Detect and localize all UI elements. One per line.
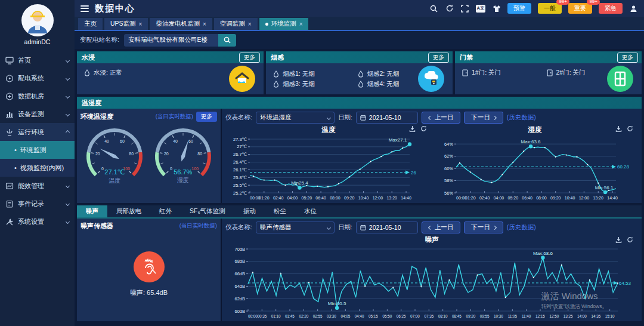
more-button[interactable]: 更多	[239, 53, 260, 63]
svg-text:12:00: 12:00	[373, 196, 383, 200]
prev-day-button[interactable]: 上一日	[422, 222, 461, 233]
refresh-icon[interactable]	[627, 236, 633, 243]
tab-dust[interactable]: 粉尘	[265, 205, 295, 217]
noise-chart-pane: 仪表名称: 噪声传感器 日期: 2021-05-10	[222, 219, 642, 321]
theme-skin-icon[interactable]	[492, 4, 501, 13]
status-text: 1#门: 关门	[472, 69, 501, 77]
svg-text:08:45: 08:45	[452, 314, 462, 318]
svg-text:01:10: 01:10	[271, 314, 281, 318]
status-text: 烟感1: 无烟	[283, 70, 315, 78]
tab-close-icon[interactable]	[248, 20, 252, 27]
download-icon[interactable]	[409, 125, 416, 132]
status-panels-row: 水浸 更多 水浸: 正常	[77, 51, 642, 94]
svg-text:08:00: 08:00	[330, 196, 340, 200]
refresh-icon[interactable]	[627, 125, 633, 132]
tab-diesel-monitor[interactable]: 柴油发电机监测	[150, 18, 212, 30]
tab-home[interactable]: 主页	[78, 18, 103, 30]
sensor-tabs: 噪声 局部放电 红外 SF₆气体监测 振动 粉尘 水位	[77, 205, 642, 219]
tab-close-icon[interactable]	[139, 20, 143, 27]
gauge-name: 湿度	[177, 176, 189, 184]
user-icon[interactable]	[629, 4, 638, 13]
refresh-icon[interactable]	[420, 125, 427, 132]
sidebar-item-power-system[interactable]: 配电系统	[0, 69, 75, 87]
temperature-gauge: 020406080100 27.1℃ 温度	[80, 122, 149, 200]
station-search-input[interactable]	[124, 34, 218, 47]
sidebar-item-label: 系统设置	[18, 217, 44, 226]
station-search-button[interactable]	[218, 34, 236, 47]
svg-text:70dB: 70dB	[234, 247, 245, 252]
date-picker[interactable]: 2021-05-10	[356, 222, 418, 233]
sidebar-item-runtime-env[interactable]: 运行环境	[0, 123, 75, 141]
realtime-data-link[interactable]: (当日实时数据)	[156, 113, 193, 121]
svg-text:64%: 64%	[444, 142, 453, 147]
download-icon[interactable]	[615, 236, 622, 243]
svg-text:0: 0	[101, 167, 104, 171]
svg-text:05:50: 05:50	[382, 314, 392, 318]
alert-button-urgent[interactable]: 紧急	[599, 3, 623, 14]
tab-noise[interactable]: 噪声	[77, 205, 107, 217]
gauge-pane: 环境温湿度 (当日实时数据) 更多 020406080100 27.1℃ 温度	[77, 109, 222, 203]
realtime-data-link[interactable]: (当日实时数据)	[179, 222, 217, 230]
alert-button-warning[interactable]: 预警	[507, 3, 531, 14]
date-picker[interactable]: 2021-05-10	[356, 112, 418, 124]
sidebar-item-data-room[interactable]: 数据机房	[0, 87, 75, 105]
svg-text:12:00: 12:00	[579, 196, 590, 200]
tab-water-level[interactable]: 水位	[295, 205, 326, 217]
humidity-chart: 湿度 64%62%60%58%56%00:0001:2002:4004:0005…	[432, 125, 638, 203]
history-data-link[interactable]: (历史数据)	[507, 223, 536, 232]
meter-select[interactable]: 环境温湿度	[256, 112, 335, 124]
download-icon[interactable]	[615, 125, 622, 132]
tab-close-icon[interactable]	[299, 20, 303, 27]
sidebar-item-device-monitor[interactable]: 设备监测	[0, 105, 75, 123]
tab-hvac-monitor[interactable]: 空调监测	[214, 18, 258, 30]
svg-text:56%: 56%	[444, 190, 453, 196]
svg-text:12:15: 12:15	[535, 314, 545, 318]
hamburger-menu-icon[interactable]	[80, 5, 89, 12]
section-header: 温湿度	[77, 97, 642, 109]
more-button[interactable]: 更多	[617, 53, 638, 63]
content: 水浸 更多 水浸: 正常	[75, 49, 644, 326]
more-button[interactable]: 更多	[428, 53, 449, 63]
avatar[interactable]	[21, 4, 54, 36]
next-day-label: 下一日	[471, 113, 490, 122]
water-leak-status-icon	[229, 66, 255, 92]
search-icon[interactable]	[429, 4, 438, 13]
sidebar-subitem-video-monitor[interactable]: 视频监控(内网)	[0, 159, 75, 177]
next-day-button[interactable]: 下一日	[464, 112, 503, 124]
svg-text:01:20: 01:20	[259, 196, 270, 200]
sidebar-item-label: 运行环境	[18, 128, 44, 137]
fullscreen-icon[interactable]	[460, 4, 469, 13]
refresh-icon[interactable]	[445, 4, 454, 13]
alert-button-normal[interactable]: 一般 99+	[538, 3, 562, 14]
language-icon[interactable]: A文	[476, 5, 485, 13]
tab-partial-discharge[interactable]: 局部放电	[107, 205, 150, 217]
more-button[interactable]: 更多	[196, 112, 217, 122]
tab-ups-monitor[interactable]: UPS监测	[104, 18, 148, 30]
meter-select[interactable]: 噪声传感器	[256, 222, 335, 233]
meter-select-value: 环境温湿度	[260, 113, 324, 122]
status-text: 烟感3: 无烟	[283, 80, 315, 88]
next-day-button[interactable]: 下一日	[464, 222, 503, 233]
history-data-link[interactable]: (历史数据)	[507, 113, 536, 122]
sidebar-item-energy-mgmt[interactable]: 能效管理	[0, 177, 75, 195]
svg-text:12:50: 12:50	[549, 314, 559, 318]
alert-button-major[interactable]: 重要 99+	[568, 3, 592, 14]
sidebar-item-home[interactable]: 首页	[0, 51, 75, 69]
sidebar-item-event-log[interactable]: 事件记录	[0, 195, 75, 213]
tab-close-icon[interactable]	[203, 20, 206, 27]
sidebar-subitem-env-monitor[interactable]: 环境监测	[0, 141, 75, 159]
svg-text:25.2℃: 25.2℃	[233, 190, 247, 196]
svg-text:07:00: 07:00	[410, 314, 420, 318]
door-icon	[547, 69, 553, 76]
svg-text:62dB: 62dB	[234, 296, 245, 302]
page-title: 数据中心	[95, 3, 135, 14]
tab-vibration[interactable]: 振动	[234, 205, 265, 217]
tab-env-monitor[interactable]: 环境监测	[259, 18, 309, 30]
tab-sf6-gas[interactable]: SF₆气体监测	[181, 205, 234, 217]
svg-text:26.1℃: 26.1℃	[233, 167, 247, 173]
clipboard-icon	[5, 200, 14, 208]
gauge-value: 56.7%	[174, 168, 192, 176]
tab-infrared[interactable]: 红外	[150, 205, 181, 217]
prev-day-button[interactable]: 上一日	[422, 112, 461, 124]
sidebar-item-system-settings[interactable]: 系统设置	[0, 213, 75, 230]
